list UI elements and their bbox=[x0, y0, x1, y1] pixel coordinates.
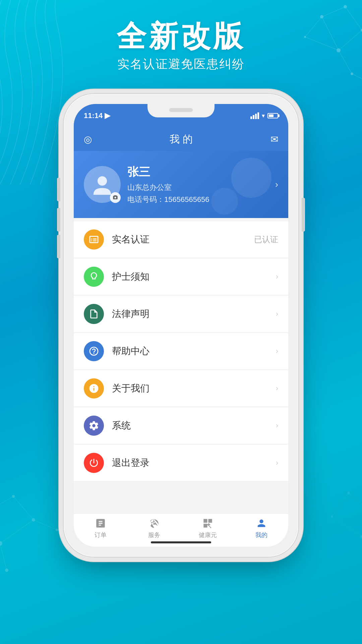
svg-line-34 bbox=[332, 517, 362, 537]
profile-phone: 电话号码：15656565656 bbox=[127, 195, 275, 205]
menu-item-logout[interactable]: 退出登录 › bbox=[74, 445, 288, 481]
sub-title: 实名认证避免医患纠纷 bbox=[0, 56, 362, 72]
svg-point-41 bbox=[98, 176, 107, 186]
svg-line-22 bbox=[0, 543, 7, 570]
signal-bar-3 bbox=[255, 114, 257, 119]
svg-point-27 bbox=[0, 541, 2, 546]
orders-icon bbox=[95, 518, 106, 529]
profile-section[interactable]: 张三 山东总办公室 电话号码：15656565656 › bbox=[74, 151, 288, 218]
svg-line-7 bbox=[352, 74, 362, 84]
svg-line-3 bbox=[322, 7, 345, 17]
menu-icon-settings bbox=[84, 416, 104, 436]
wifi-icon: ▾ bbox=[262, 112, 265, 119]
camera-icon bbox=[112, 195, 118, 201]
mail-icon[interactable]: ✉ bbox=[270, 134, 278, 145]
menu-arrow-help: › bbox=[276, 347, 278, 356]
menu-arrow-settings: › bbox=[276, 421, 278, 430]
menu-arrow-legal: › bbox=[276, 310, 278, 318]
main-title: 全新改版 bbox=[0, 20, 362, 53]
menu-arrow-nurse: › bbox=[276, 272, 278, 281]
menu-item-nurse[interactable]: 护士须知 › bbox=[74, 259, 288, 295]
signal-icon bbox=[250, 112, 259, 119]
home-indicator bbox=[151, 541, 211, 543]
svg-line-33 bbox=[332, 493, 349, 517]
header-section: 全新改版 实名认证避免医患纠纷 bbox=[0, 20, 362, 72]
svg-point-29 bbox=[5, 569, 8, 572]
avatar-wrapper bbox=[84, 166, 121, 203]
document-icon bbox=[88, 309, 99, 319]
avatar-icon bbox=[90, 173, 114, 196]
power-icon bbox=[88, 458, 99, 468]
camera-badge[interactable] bbox=[110, 192, 121, 203]
tab-label-mine: 我的 bbox=[255, 531, 267, 539]
phone-mockup: 11:14 ▶ ▾ bbox=[64, 94, 298, 557]
tab-mine[interactable]: 我的 bbox=[235, 518, 288, 539]
menu-item-real-name[interactable]: 实名认证 已认证 bbox=[74, 221, 288, 258]
menu-icon-real-name bbox=[84, 229, 104, 250]
phone-screen: 11:14 ▶ ▾ bbox=[74, 104, 288, 547]
status-time: 11:14 ▶ bbox=[84, 111, 110, 120]
svg-point-39 bbox=[331, 516, 333, 518]
battery-fill bbox=[269, 114, 274, 117]
person-id-icon bbox=[88, 234, 99, 245]
svg-point-28 bbox=[56, 529, 58, 531]
menu-item-about[interactable]: 关于我们 › bbox=[74, 370, 288, 407]
svg-line-20 bbox=[0, 520, 34, 543]
menu-item-help[interactable]: 帮助中心 › bbox=[74, 333, 288, 370]
tab-services[interactable]: 服务 bbox=[127, 518, 181, 539]
menu-label-about: 关于我们 bbox=[112, 382, 276, 395]
profile-department: 山东总办公室 bbox=[127, 182, 275, 193]
health-icon bbox=[202, 518, 214, 529]
info-icon bbox=[88, 383, 99, 394]
menu-icon-nurse bbox=[84, 267, 104, 287]
menu-icon-legal bbox=[84, 304, 104, 324]
notch bbox=[147, 104, 215, 117]
menu-label-nurse: 护士须知 bbox=[112, 270, 276, 283]
menu-label-help: 帮助中心 bbox=[112, 345, 276, 358]
lightbulb-icon bbox=[88, 271, 99, 282]
svg-line-18 bbox=[13, 496, 34, 520]
menu-item-settings[interactable]: 系统 › bbox=[74, 408, 288, 444]
menu-label-settings: 系统 bbox=[112, 419, 276, 432]
tab-label-orders: 订单 bbox=[95, 531, 107, 539]
tab-orders[interactable]: 订单 bbox=[74, 518, 127, 539]
svg-point-25 bbox=[12, 495, 15, 498]
svg-line-21 bbox=[34, 520, 57, 530]
menu-icon-help bbox=[84, 341, 104, 361]
phone-shell: 11:14 ▶ ▾ bbox=[64, 94, 298, 557]
signal-bar-2 bbox=[253, 115, 254, 119]
menu-icon-logout bbox=[84, 453, 104, 473]
menu-label-legal: 法律声明 bbox=[112, 308, 276, 320]
location-icon[interactable]: ◎ bbox=[84, 134, 92, 145]
svg-point-26 bbox=[32, 518, 35, 522]
menu-section: 实名认证 已认证 护士须知 › bbox=[74, 218, 288, 513]
menu-icon-about bbox=[84, 378, 104, 398]
menu-arrow-about: › bbox=[276, 384, 278, 393]
svg-point-9 bbox=[344, 5, 347, 8]
tab-health[interactable]: 健康元 bbox=[181, 518, 235, 539]
profile-info: 张三 山东总办公室 电话号码：15656565656 bbox=[127, 164, 275, 205]
menu-label-logout: 退出登录 bbox=[112, 457, 276, 469]
profile-arrow-icon[interactable]: › bbox=[275, 179, 278, 190]
svg-point-38 bbox=[360, 535, 362, 538]
battery-icon bbox=[267, 113, 278, 118]
menu-arrow-logout: › bbox=[276, 459, 278, 467]
profile-name: 张三 bbox=[127, 164, 275, 180]
top-nav-bar: ◎ 我 的 ✉ bbox=[74, 127, 288, 151]
services-icon bbox=[148, 518, 160, 529]
menu-label-real-name: 实名认证 bbox=[112, 233, 254, 246]
signal-bar-4 bbox=[257, 112, 259, 119]
svg-line-31 bbox=[349, 493, 362, 510]
nav-title: 我 的 bbox=[170, 132, 192, 146]
svg-point-36 bbox=[347, 492, 350, 494]
menu-item-legal[interactable]: 法律声明 › bbox=[74, 296, 288, 332]
svg-line-17 bbox=[0, 496, 13, 510]
question-icon bbox=[88, 346, 99, 357]
gear-icon bbox=[88, 420, 99, 431]
svg-point-12 bbox=[351, 72, 353, 75]
tab-label-health: 健康元 bbox=[199, 531, 217, 539]
status-icons: ▾ bbox=[250, 112, 278, 119]
signal-bar-1 bbox=[250, 116, 252, 119]
svg-point-13 bbox=[320, 15, 323, 18]
mine-icon bbox=[256, 518, 267, 529]
